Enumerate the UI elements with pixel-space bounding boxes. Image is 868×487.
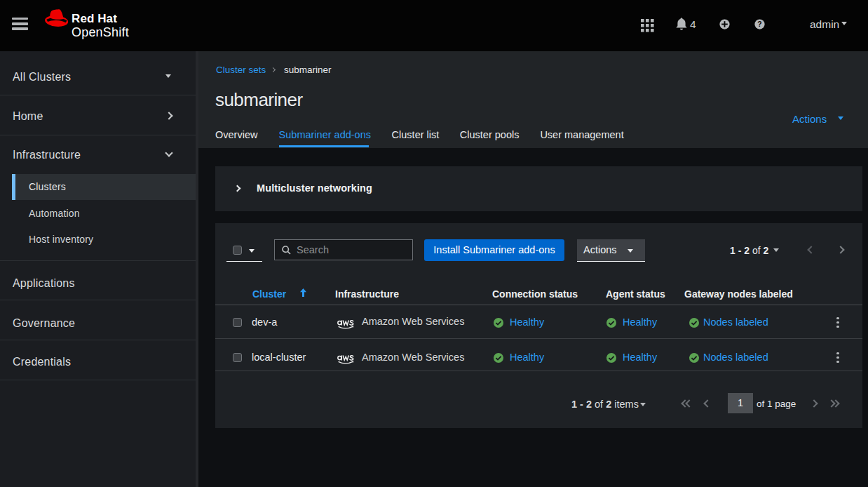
svg-text:?: ? — [757, 20, 761, 28]
